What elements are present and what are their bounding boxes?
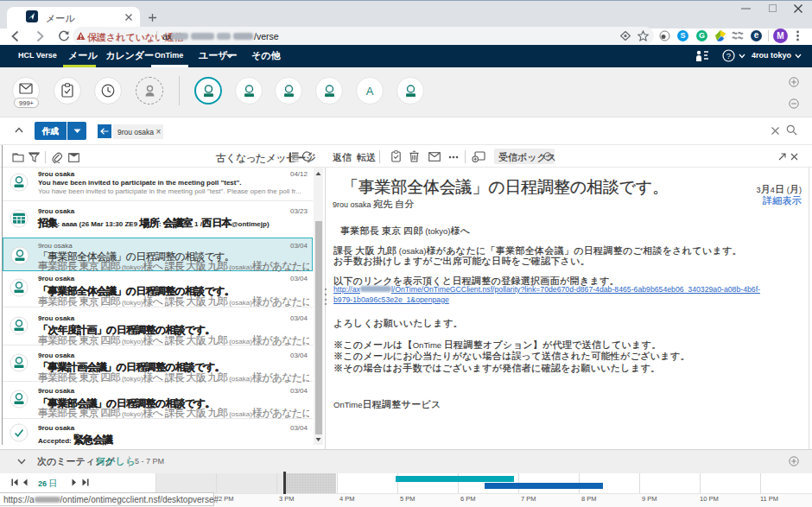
svg-text:?: ? [726, 51, 731, 60]
